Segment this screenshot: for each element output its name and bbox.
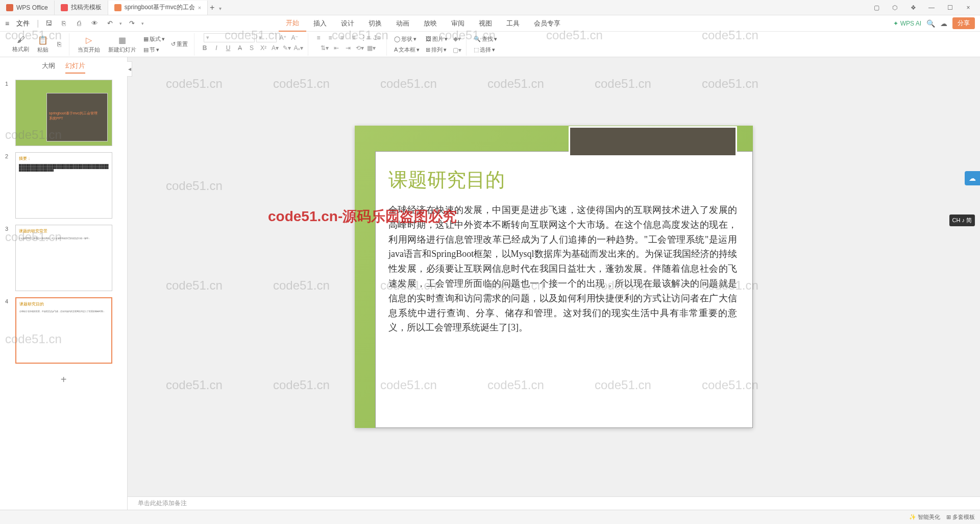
thumbnail-3[interactable]: 课题的研究背景 工会管理系统主要通过计算机网络，对工会管理系统所需的信息进行统一…	[15, 225, 112, 291]
hamburger-icon[interactable]: ≡	[5, 19, 9, 28]
font-size-select[interactable]: ▾	[256, 33, 277, 42]
wps-ai-button[interactable]: ✦ WPS AI	[893, 20, 921, 27]
new-slide-button[interactable]: ▦ 新建幻灯片	[105, 34, 139, 55]
ribbon: 🖌 格式刷 📋 粘贴 ⎘ ▷ 当页开始 ▦ 新建幻灯片 ▦ 版式 ▾ ▤ 节 ▾…	[0, 32, 980, 57]
outline-icon[interactable]: ▢▾	[452, 45, 462, 55]
font-group: ▾ ▾ A⁺ A⁻ B I U A̶ S X² A▾ ✎▾ Aₓ▾	[195, 33, 308, 56]
float-cloud-button[interactable]: ☁	[965, 171, 980, 185]
file-menu[interactable]: 文件	[13, 19, 33, 28]
copy-icon[interactable]: ⎘	[54, 39, 65, 50]
arrange-button[interactable]: ⊞ 排列 ▾	[424, 45, 450, 55]
chevron-down-icon[interactable]: ▾	[119, 21, 122, 26]
tab-docer[interactable]: 找稿壳模板	[55, 1, 108, 15]
align-center-icon[interactable]: ≡	[325, 33, 335, 42]
thumb-title: 课题的研究背景	[16, 225, 112, 237]
tab-transition[interactable]: 切换	[361, 15, 389, 32]
notes-input[interactable]: 单击此处添加备注	[128, 496, 980, 510]
numbering-icon[interactable]: 1≡	[372, 33, 382, 42]
reset-icon: ↺	[171, 41, 176, 47]
align-right-icon[interactable]: ≡	[337, 33, 347, 42]
reset-button[interactable]: ↺ 重置	[169, 39, 190, 49]
format-painter-button[interactable]: 🖌 格式刷	[9, 34, 32, 54]
tab-start[interactable]: 开始	[279, 15, 306, 32]
textbox-button[interactable]: A 文本框 ▾	[392, 45, 422, 55]
thumb-title: 摘要：	[16, 153, 112, 164]
font-family-select[interactable]: ▾	[204, 33, 255, 42]
export-icon[interactable]: ⎘	[58, 18, 69, 29]
tab-file[interactable]: springboot基于mvc的工会 ×	[108, 1, 208, 15]
maximize-button[interactable]: ☐	[943, 2, 957, 13]
align-left-icon[interactable]: ≡	[313, 33, 324, 42]
tab-design[interactable]: 设计	[334, 15, 361, 32]
clear-format-icon[interactable]: Aₓ▾	[293, 43, 304, 53]
slides-tab[interactable]: 幻灯片	[65, 61, 85, 74]
chevron-down-icon[interactable]: ▾	[141, 21, 144, 26]
superscript-icon[interactable]: X²	[258, 43, 268, 53]
decrease-font-icon[interactable]: A⁻	[290, 33, 300, 42]
columns-icon[interactable]: ▦▾	[366, 43, 377, 53]
window-btn-1[interactable]: ▢	[870, 2, 883, 13]
tab-tools[interactable]: 工具	[499, 15, 527, 32]
tab-view[interactable]: 视图	[472, 15, 499, 32]
line-spacing-icon[interactable]: ⇅▾	[320, 43, 330, 53]
select-button[interactable]: ⬚ 选择 ▾	[472, 45, 499, 55]
close-icon[interactable]: ×	[198, 5, 201, 11]
minimize-button[interactable]: —	[925, 2, 938, 13]
preview-icon[interactable]: 👁	[89, 18, 100, 29]
window-btn-2[interactable]: ⬡	[888, 2, 901, 13]
templates-button[interactable]: ⊞ 多套模板	[946, 513, 975, 521]
tab-animation[interactable]: 动画	[389, 15, 416, 32]
collapse-sidebar-button[interactable]: ◀	[127, 61, 132, 77]
tab-review[interactable]: 审阅	[444, 15, 472, 32]
thumbnail-2[interactable]: 摘要： ████████████████████████████████████…	[15, 152, 112, 219]
paste-button[interactable]: 📋 粘贴	[34, 34, 52, 55]
thumbnail-4[interactable]: 课题研究目的 全球经济在快速的发展，中国更是进步飞速，这使得国内的互联网技术进入…	[15, 297, 112, 364]
outline-tab[interactable]: 大纲	[42, 61, 55, 74]
add-slide-button[interactable]: +	[5, 370, 122, 390]
font-color-icon[interactable]: A▾	[270, 43, 280, 53]
picture-button[interactable]: 🖼 图片 ▾	[424, 34, 450, 44]
redo-icon[interactable]: ↷	[126, 18, 137, 29]
cloud-icon[interactable]: ☁	[940, 19, 947, 28]
indent-right-icon[interactable]: ⇥	[343, 43, 353, 53]
strikethrough-icon[interactable]: A̶	[235, 43, 245, 53]
insert-group: ◯ 形状 ▾ A 文本框 ▾ 🖼 图片 ▾ ⊞ 排列 ▾ ◆▾ ▢▾	[388, 33, 467, 56]
search-icon[interactable]: 🔍	[926, 19, 935, 28]
underline-icon[interactable]: U	[223, 43, 233, 53]
find-button[interactable]: 🔍 查找 ▾	[472, 34, 499, 44]
tab-wps[interactable]: WPS Office	[0, 1, 55, 15]
layout-button[interactable]: ▦ 版式 ▾	[141, 34, 167, 44]
slide-title[interactable]: 课题研究目的	[388, 167, 505, 193]
section-button[interactable]: ▤ 节 ▾	[141, 45, 167, 55]
bullets-icon[interactable]: ⋮≡	[360, 33, 371, 42]
italic-icon[interactable]: I	[211, 43, 222, 53]
from-current-button[interactable]: ▷ 当页开始	[75, 34, 103, 55]
tab-add[interactable]: + ▾	[208, 3, 223, 12]
strike-icon[interactable]: S	[247, 43, 257, 53]
save-icon[interactable]: 🖫	[43, 18, 54, 29]
close-button[interactable]: ×	[962, 2, 975, 13]
slide-viewport[interactable]: 课题研究目的 全球经济在快速的发展，中国更是进步飞速，这使得国内的互联网技术进入…	[128, 57, 980, 496]
bold-icon[interactable]: B	[200, 43, 210, 53]
text-direction-icon[interactable]: ⟲▾	[355, 43, 365, 53]
slide[interactable]: 课题研究目的 全球经济在快速的发展，中国更是进步飞速，这使得国内的互联网技术进入…	[355, 126, 753, 428]
tab-slideshow[interactable]: 放映	[416, 15, 444, 32]
play-icon: ▷	[86, 35, 92, 45]
share-button[interactable]: 分享	[952, 17, 975, 29]
print-icon[interactable]: ⎙	[74, 18, 85, 29]
slide-body[interactable]: 全球经济在快速的发展，中国更是进步飞速，这使得国内的互联网技术进入了发展的高峰时…	[388, 203, 737, 335]
increase-font-icon[interactable]: A⁺	[278, 33, 288, 42]
tab-vip[interactable]: 会员专享	[527, 15, 568, 32]
undo-icon[interactable]: ↶	[104, 18, 115, 29]
beautify-button[interactable]: ✨ 智能美化	[909, 513, 940, 521]
tab-insert[interactable]: 插入	[306, 15, 334, 32]
thumbnail-1[interactable]: springboot基于mvc的工会管理系统PPT	[15, 80, 112, 146]
highlight-icon[interactable]: ✎▾	[282, 43, 292, 53]
window-btn-3[interactable]: ❖	[906, 2, 920, 13]
indent-left-icon[interactable]: ⇤	[331, 43, 341, 53]
language-indicator[interactable]: CH ♪ 简	[949, 215, 975, 226]
thumbnails[interactable]: 1 springboot基于mvc的工会管理系统PPT 2 摘要： ██████…	[0, 78, 127, 510]
fill-icon[interactable]: ◆▾	[452, 34, 462, 43]
justify-icon[interactable]: ≡	[349, 33, 359, 42]
shape-button[interactable]: ◯ 形状 ▾	[392, 34, 422, 44]
